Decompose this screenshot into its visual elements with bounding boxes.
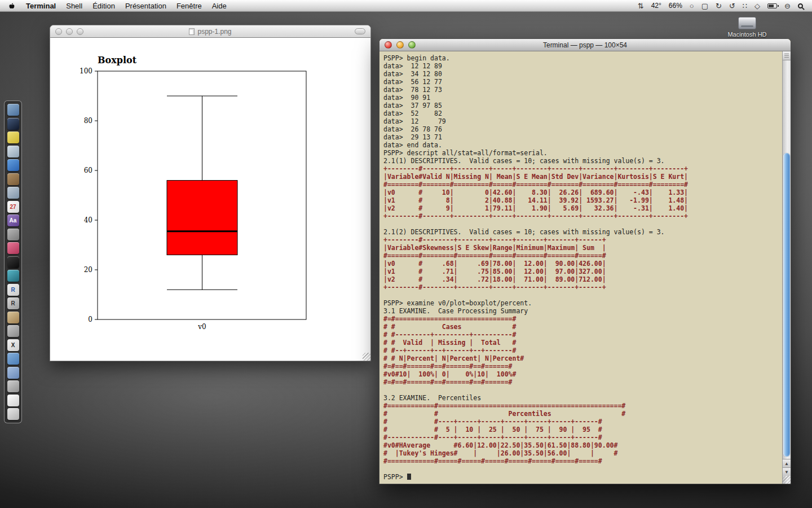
battery-icon[interactable] <box>767 3 777 8</box>
image-window-titlebar[interactable]: pspp-1.png <box>50 25 370 38</box>
desktop: Terminal ShellÉditionPrésentationFenêtre… <box>0 0 812 508</box>
time-machine-icon[interactable]: ↺ <box>729 2 735 10</box>
iqr-box <box>167 181 237 255</box>
terminal-line: PSPP> begin data. <box>383 54 782 62</box>
terminal-scrollbar[interactable]: ▲ ▼ <box>782 51 791 484</box>
dock-mail-icon[interactable] <box>7 187 19 199</box>
terminal-line: data> end data. <box>383 141 782 149</box>
dock-x11-icon[interactable]: X <box>7 339 19 351</box>
minimize-button[interactable] <box>396 41 404 49</box>
scrollbar-thumb[interactable] <box>783 153 790 457</box>
terminal-line: PSPP> descript all/stat=all/format=seria… <box>383 149 782 157</box>
close-button[interactable] <box>385 41 392 49</box>
dock-r-app-icon[interactable]: R <box>7 284 19 296</box>
menu-shell[interactable]: Shell <box>61 2 87 10</box>
dock-app-blue-icon[interactable] <box>7 104 19 116</box>
minimize-button[interactable] <box>66 28 73 35</box>
scrollbar-arrows: ▲ ▼ <box>783 459 791 476</box>
terminal-body[interactable]: PSPP> begin data.data> 12 12 89data> 34 … <box>379 51 791 484</box>
terminal-line: #v0#HAverage #6.60|12.00|22.50|35.50|61.… <box>383 441 782 449</box>
scroll-down-arrow[interactable]: ▼ <box>783 467 791 476</box>
y-tick-label: 40 <box>84 216 92 224</box>
dock-trash-icon[interactable] <box>7 408 19 420</box>
menu-aide[interactable]: Aide <box>207 2 232 10</box>
menu-fenetre[interactable]: Fenêtre <box>171 2 207 10</box>
sync-icon[interactable]: ↻ <box>716 2 722 10</box>
dock-document-icon[interactable] <box>7 395 19 406</box>
dock-installer-icon[interactable] <box>7 312 19 323</box>
airport-icon[interactable]: ◇ <box>754 2 760 10</box>
terminal-line: 2.1(1) DESCRIPTIVES. Valid cases = 10; c… <box>383 157 782 165</box>
menu-bar: Terminal ShellÉditionPrésentationFenêtre… <box>0 0 812 12</box>
terminal-line: # |Tukey's Hinges# | |26.00|35.50|56.00|… <box>383 449 782 457</box>
y-tick-label: 60 <box>84 167 92 174</box>
x-axis-label: v0 <box>197 323 206 331</box>
dock-utility-icon[interactable] <box>7 380 19 392</box>
terminal-line: 3.2 EXAMINE. Percentiles <box>383 394 782 402</box>
circled-minus-icon[interactable]: ⊖ <box>784 2 791 10</box>
terminal-line: data> 78 12 73 <box>383 86 782 94</box>
spaces-icon[interactable]: ∷ <box>743 2 747 10</box>
terminal-line: |v0 # .68| .69|78.00| 12.00| 90.00|426.0… <box>383 260 782 268</box>
terminal-line: data> 56 12 77 <box>383 78 782 86</box>
dock-pink-app-icon[interactable] <box>7 242 19 254</box>
terminal-line: #=#==#======#==#======#==#======# <box>383 378 782 386</box>
dock-compass-icon[interactable] <box>7 118 19 130</box>
terminal-line: # # Cases # <box>383 323 782 331</box>
dock-folder-icon[interactable] <box>7 353 19 365</box>
terminal-line: |v1 # .71| .75|85.00| 12.00| 97.00|327.0… <box>383 268 782 275</box>
terminal-line: 2.1(2) DESCRIPTIVES. Valid cases = 10; c… <box>383 228 782 236</box>
dock-gray-app-icon[interactable] <box>7 325 19 337</box>
terminal-line <box>383 291 782 299</box>
terminal-line <box>383 465 782 473</box>
rounded-square-status-icon[interactable]: ▢ <box>701 2 708 10</box>
terminal-line: # # Percentiles # <box>383 410 782 418</box>
terminal-resize-grip[interactable] <box>783 476 791 484</box>
zoom-button[interactable] <box>77 28 83 35</box>
spotlight-icon[interactable] <box>798 3 803 8</box>
image-window-resize-grip[interactable] <box>363 353 370 361</box>
terminal-line: data> 90 91 <box>383 94 782 102</box>
dock-safari-icon[interactable] <box>7 159 19 171</box>
dock-photos-icon[interactable] <box>7 146 19 157</box>
y-tick-label: 80 <box>84 117 92 125</box>
dock-stickies-icon[interactable] <box>7 132 19 143</box>
apple-menu[interactable] <box>0 2 21 10</box>
terminal-titlebar[interactable]: Terminal — pspp — 100×54 <box>379 39 791 51</box>
circle-status-icon[interactable]: ○ <box>690 2 694 10</box>
scroll-up-arrow[interactable]: ▲ <box>783 459 791 467</box>
traffic-light-buttons <box>379 41 416 49</box>
toolbar-toggle-button[interactable] <box>355 28 365 34</box>
updown-arrows-icon[interactable]: ⇅ <box>638 2 644 10</box>
dock-calendar-icon[interactable]: 27 <box>7 201 19 213</box>
battery-percent-status[interactable]: 66% <box>669 2 682 10</box>
dock-terminal-icon[interactable] <box>7 256 19 268</box>
terminal-line: PSPP> <box>383 473 782 481</box>
temperature-status[interactable]: 42° <box>651 2 661 10</box>
dock-fontbook-icon[interactable]: Aa <box>7 214 19 226</box>
dock-r2-app-icon[interactable]: R <box>7 297 19 309</box>
close-button[interactable] <box>55 28 62 35</box>
dock-tv-icon[interactable] <box>7 270 19 282</box>
dock-package-icon[interactable] <box>7 173 19 185</box>
y-tick-label: 0 <box>88 316 92 323</box>
dock-dashboard-icon[interactable] <box>7 229 19 240</box>
terminal-line: #============#=====#=====#=====#=====#==… <box>383 457 782 465</box>
chart-title: Boxplot <box>98 55 137 65</box>
menu-edition[interactable]: Édition <box>87 2 120 10</box>
terminal-line: +--------#--------+--------+-----+------… <box>383 236 782 244</box>
macintosh-hd-icon[interactable]: Macintosh HD <box>722 17 773 38</box>
terminal-line: |Variable#Valid N|Missing N| Mean|S E Me… <box>383 173 782 181</box>
terminal-line: |v2 # .34| .72|18.00| 71.00| 89.00|712.0… <box>383 275 782 283</box>
zoom-button[interactable] <box>408 41 416 49</box>
menu-presentation[interactable]: Présentation <box>120 2 171 10</box>
terminal-line: data> 29 13 71 <box>383 133 782 141</box>
terminal-window-title-text: Terminal — pspp — 100×54 <box>543 41 627 49</box>
terminal-line: #=#==============================# <box>383 315 782 323</box>
dock-chat-icon[interactable] <box>7 367 19 379</box>
hd-label: Macintosh HD <box>722 31 773 38</box>
terminal-line: data> 52 82 <box>383 110 782 117</box>
terminal-line: # #--+------+--+------+--+-------# <box>383 347 782 354</box>
terminal-line: #------------#----+-----+-----+-----+---… <box>383 433 782 441</box>
app-menu-title[interactable]: Terminal <box>21 2 61 10</box>
